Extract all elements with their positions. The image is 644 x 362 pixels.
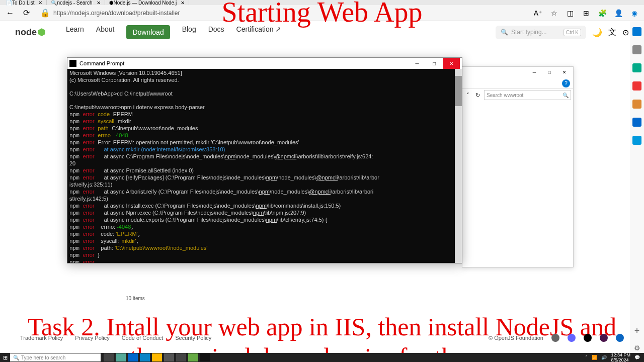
tray-network-icon[interactable]: 📶: [592, 355, 597, 360]
notifications-icon[interactable]: 💬: [634, 355, 640, 360]
explorer-icon[interactable]: [152, 353, 162, 361]
x-icon[interactable]: [584, 334, 592, 342]
minimize-button[interactable]: ─: [409, 58, 426, 69]
task-view-icon[interactable]: [104, 353, 114, 361]
explorer-titlebar: ─ □ ✕: [462, 67, 573, 78]
minimize-button[interactable]: ─: [527, 67, 542, 77]
shopping-icon[interactable]: [632, 63, 641, 72]
taskbar-app-icon[interactable]: [116, 353, 126, 361]
command-prompt-window[interactable]: Command Prompt ─ □ ✕ Microsoft Windows […: [67, 57, 462, 263]
edge-sidebar: + ⚙: [630, 21, 644, 353]
nodejs-logo[interactable]: node⬢: [15, 27, 46, 38]
linkedin-icon[interactable]: [616, 334, 624, 342]
explorer-search[interactable]: Search wwwroot 🔍: [484, 90, 571, 100]
overlay-title: Starting Web App: [0, 0, 644, 28]
scrollbar[interactable]: [455, 69, 462, 263]
explorer-window[interactable]: ─ □ ✕ ? ˅ ↻ Search wwwroot 🔍: [462, 66, 574, 267]
footer-openjs: © OpenJS Foundation: [489, 335, 543, 341]
footer-security[interactable]: Security Policy: [175, 335, 211, 341]
chevron-down-icon[interactable]: ˅: [464, 92, 471, 99]
search-icon: 🔍: [501, 29, 508, 36]
explorer-address-row: ˅ ↻ Search wwwroot 🔍: [462, 89, 573, 101]
taskbar-app-icon[interactable]: [128, 353, 138, 361]
language-icon[interactable]: 文: [608, 27, 616, 38]
cmd-output[interactable]: Microsoft Windows [Version 10.0.19045.46…: [67, 69, 462, 263]
hex-icon: ⬢: [38, 27, 46, 38]
footer-conduct[interactable]: Code of Conduct: [122, 335, 164, 341]
close-button[interactable]: ✕: [443, 58, 460, 69]
taskbar: ⊞ 🔍 Type here to search ˄ 📶 🔊 12:34 PM 8…: [0, 353, 644, 362]
github-icon[interactable]: [551, 334, 559, 342]
refresh-icon[interactable]: ↻: [473, 92, 482, 99]
slack-icon[interactable]: [600, 334, 608, 342]
outlook-icon[interactable]: [632, 118, 641, 127]
cmd-icon: [69, 60, 76, 67]
scrollbar-thumb[interactable]: [455, 76, 462, 106]
maximize-button[interactable]: □: [426, 58, 443, 69]
maximize-button[interactable]: □: [542, 67, 557, 77]
tray-chevron-icon[interactable]: ˄: [585, 355, 588, 360]
footer-trademark[interactable]: Trademark Policy: [20, 335, 63, 341]
github-icon[interactable]: ⊙: [622, 28, 629, 37]
taskbar-search[interactable]: 🔍 Type here to search: [10, 353, 101, 361]
store-icon[interactable]: [164, 353, 174, 361]
office-icon[interactable]: [632, 100, 641, 109]
cmd-titlebar[interactable]: Command Prompt ─ □ ✕: [67, 58, 462, 69]
search-icon: 🔍: [562, 93, 569, 98]
mail-icon[interactable]: [176, 353, 186, 361]
close-button[interactable]: ✕: [557, 67, 572, 77]
games-icon[interactable]: [632, 81, 641, 90]
tools-icon[interactable]: [632, 45, 641, 54]
tray-volume-icon[interactable]: 🔊: [601, 355, 607, 360]
start-button[interactable]: ⊞: [0, 353, 10, 362]
taskbar-app-icon[interactable]: [188, 353, 198, 361]
explorer-ribbon: ?: [462, 78, 573, 89]
settings-icon[interactable]: ⚙: [632, 344, 641, 353]
theme-toggle-icon[interactable]: 🌙: [592, 28, 602, 37]
explorer-search-placeholder: Search wwwroot: [487, 93, 523, 98]
search-kbd: Ctrl K: [564, 29, 581, 36]
taskbar-clock[interactable]: 12:34 PM 8/5/2024: [611, 352, 630, 362]
cmd-icon[interactable]: [200, 353, 210, 361]
mastodon-icon[interactable]: [568, 334, 576, 342]
add-icon[interactable]: +: [632, 326, 641, 335]
explorer-item-count: 10 items: [126, 296, 145, 301]
help-icon[interactable]: ?: [562, 79, 570, 87]
site-footer: Trademark Policy Privacy Policy Code of …: [0, 334, 644, 342]
cmd-title-text: Command Prompt: [79, 60, 124, 66]
search-placeholder: Start typing...: [511, 29, 547, 36]
footer-privacy[interactable]: Privacy Policy: [75, 335, 109, 341]
edge-icon[interactable]: [140, 353, 150, 361]
chat-icon[interactable]: [632, 27, 641, 36]
cart-icon[interactable]: [632, 136, 641, 145]
